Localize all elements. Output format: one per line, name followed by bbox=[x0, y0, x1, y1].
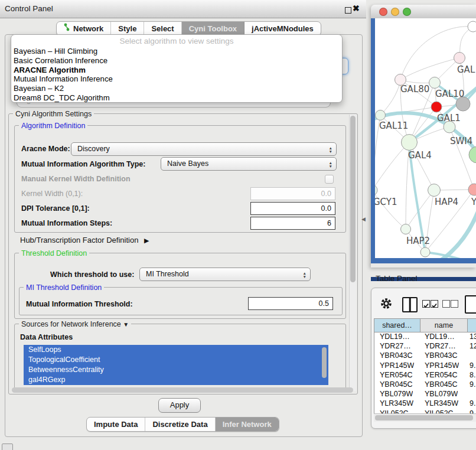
settings-hscroll-thumb[interactable] bbox=[12, 387, 353, 393]
table-row[interactable]: YLR345WYLR345W9. bbox=[374, 399, 476, 409]
tab-jactivemnodules[interactable]: jActiveMNodules bbox=[244, 22, 321, 35]
mi-type-combo[interactable]: Naive Bayes ▲▼ bbox=[161, 157, 337, 171]
sources-title-label: Sources for Network Inference bbox=[21, 320, 121, 328]
table-row[interactable]: YER054CYER054C8. bbox=[374, 371, 476, 380]
settings-vscroll-track[interactable] bbox=[349, 115, 356, 391]
column-header-name[interactable]: name bbox=[420, 319, 468, 332]
attributes-list-scrollbar[interactable] bbox=[322, 347, 327, 378]
split-view-icon[interactable] bbox=[402, 297, 418, 312]
manual-kernel-checkbox[interactable] bbox=[325, 175, 334, 184]
tab-style[interactable]: Style bbox=[111, 22, 144, 35]
algorithm-option-aracne[interactable]: ARACNE Algorithm bbox=[14, 66, 340, 75]
mi-threshold-group-title: MI Threshold Definition bbox=[24, 283, 104, 292]
network-node-label: HAP4 bbox=[435, 197, 458, 207]
algorithm-option[interactable]: Dream8 DC_TDC Algorithm bbox=[14, 93, 340, 103]
network-node[interactable] bbox=[420, 247, 430, 257]
algorithm-option[interactable]: Bayesian – K2 bbox=[14, 84, 340, 93]
network-node[interactable] bbox=[469, 146, 476, 163]
tab-network[interactable]: Network bbox=[57, 22, 111, 35]
close-panel-icon[interactable]: ✖ bbox=[353, 4, 360, 13]
dpi-tolerance-field[interactable]: 0.0 bbox=[250, 202, 335, 215]
kernel-width-field[interactable]: 0.0 bbox=[250, 187, 335, 200]
tab-impute-data[interactable]: Impute Data bbox=[87, 418, 145, 431]
column-header-partial[interactable] bbox=[468, 319, 476, 332]
expand-right-icon: ▶ bbox=[144, 237, 149, 244]
mi-type-label: Mutual Information Algorithm Type: bbox=[21, 160, 145, 168]
network-view-window: GALGAL80GAL10GAL1SWI4GAL11GAL4GCY1HAP4YH… bbox=[371, 5, 476, 268]
network-edge-highlighted bbox=[375, 113, 476, 154]
mi-steps-label: Mutual Information Steps: bbox=[21, 219, 112, 227]
settings-vscroll-thumb[interactable] bbox=[350, 116, 356, 282]
network-edge bbox=[380, 80, 400, 115]
network-node-gal[interactable] bbox=[454, 53, 465, 64]
which-threshold-label: Which threshold to use: bbox=[50, 270, 134, 279]
tab-select[interactable]: Select bbox=[144, 22, 181, 35]
manual-kernel-label: Manual Kernel Width Definition bbox=[21, 175, 131, 183]
algorithm-definition-title: Algorithm Definition bbox=[19, 122, 87, 130]
table-row[interactable]: YBR045CYBR045C9. bbox=[374, 380, 476, 390]
mi-threshold-field[interactable]: 0.5 bbox=[248, 297, 333, 310]
network-edge bbox=[375, 190, 406, 229]
mi-type-value: Naive Bayes bbox=[167, 159, 208, 168]
table-panel-title: Table Panel bbox=[376, 274, 418, 283]
network-node-gcy1[interactable] bbox=[375, 185, 377, 195]
mi-steps-field[interactable]: 6 bbox=[250, 217, 335, 230]
bottom-tabbar: Impute Data Discretize Data Infer Networ… bbox=[86, 417, 279, 432]
attribute-item[interactable]: gal4RGexp bbox=[24, 375, 328, 385]
network-node-label: Y bbox=[471, 197, 476, 207]
network-node-hap2[interactable] bbox=[401, 224, 411, 234]
tab-infer-network[interactable]: Infer Network bbox=[216, 418, 279, 431]
threshold-definition-title: Threshold Definition bbox=[19, 249, 89, 257]
table-hscroll-track[interactable] bbox=[374, 413, 476, 422]
splitter-collapse-icon[interactable]: ◀ bbox=[361, 216, 366, 222]
table-row[interactable]: YPR145WYPR145W9. bbox=[374, 361, 476, 371]
hub-section-label: Hub/Transcription Factor Definition bbox=[20, 236, 138, 244]
minimized-panel-icon[interactable] bbox=[2, 444, 13, 450]
network-node-gal11[interactable] bbox=[376, 110, 386, 120]
attribute-item[interactable]: TopologicalCoefficient bbox=[24, 355, 328, 365]
hub-section-toggle[interactable]: Hub/Transcription Factor Definition ▶ bbox=[20, 236, 149, 244]
network-node-hap4[interactable] bbox=[428, 184, 441, 197]
column-header-shared[interactable]: shared… bbox=[374, 319, 420, 332]
table-row[interactable]: YDL19…YDL19…13 bbox=[374, 332, 476, 342]
close-window-icon[interactable] bbox=[379, 8, 387, 16]
table-row[interactable]: YBR043CYBR043C bbox=[374, 351, 476, 361]
algorithm-option[interactable]: Basic Correlation Inference bbox=[14, 56, 340, 66]
tab-discretize-data[interactable]: Discretize Data bbox=[145, 418, 215, 431]
minimize-window-icon[interactable] bbox=[391, 8, 399, 16]
network-canvas[interactable]: GALGAL80GAL10GAL1SWI4GAL11GAL4GCY1HAP4YH… bbox=[375, 18, 476, 258]
aracne-mode-combo[interactable]: Discovery ▲▼ bbox=[71, 142, 337, 156]
which-threshold-combo[interactable]: MI Threshold ▲▼ bbox=[139, 268, 311, 281]
network-graph[interactable]: GALGAL80GAL10GAL1SWI4GAL11GAL4GCY1HAP4YH… bbox=[375, 18, 476, 258]
gear-icon[interactable] bbox=[379, 296, 393, 311]
spinner-arrows-icon: ▲▼ bbox=[329, 158, 332, 171]
attribute-item[interactable]: BetweennessCentrality bbox=[24, 365, 328, 375]
zoom-window-icon[interactable] bbox=[403, 8, 411, 16]
network-node[interactable] bbox=[468, 21, 476, 32]
sheet-icon[interactable] bbox=[465, 295, 476, 314]
algorithm-dropdown: Select algorithm to view settings Bayesi… bbox=[11, 34, 343, 103]
tab-cyni-toolbox[interactable]: Cyni Toolbox bbox=[182, 22, 244, 35]
which-threshold-value: MI Threshold bbox=[146, 270, 189, 278]
network-node-label: GAL4 bbox=[408, 150, 432, 161]
network-node-label: GAL10 bbox=[435, 89, 464, 99]
sources-title[interactable]: Sources for Network Inference ▼ bbox=[19, 320, 131, 328]
control-panel-title: Control Panel bbox=[5, 4, 53, 13]
network-node-gal10[interactable] bbox=[429, 77, 441, 89]
apply-button[interactable]: Apply bbox=[158, 398, 201, 413]
table-row[interactable]: YDR27…YDR27…12 bbox=[374, 342, 476, 351]
attribute-item[interactable]: SelfLoops bbox=[24, 345, 328, 355]
table-hscroll-thumb[interactable] bbox=[375, 415, 473, 420]
network-node-gal1[interactable] bbox=[431, 102, 442, 112]
network-edge bbox=[400, 58, 459, 80]
network-node-gal4[interactable] bbox=[402, 135, 418, 151]
algorithm-option[interactable]: Mutual Information Inference bbox=[14, 74, 340, 84]
algorithm-option[interactable]: Bayesian – Hill Climbing bbox=[14, 47, 340, 56]
table-row[interactable]: YBL079WYBL079W bbox=[374, 390, 476, 399]
tab-network-label: Network bbox=[73, 22, 103, 35]
network-node-label: GAL1 bbox=[437, 113, 461, 123]
network-window-titlebar[interactable] bbox=[371, 5, 476, 19]
float-panel-icon[interactable] bbox=[345, 7, 351, 14]
network-node-label: GAL80 bbox=[400, 84, 429, 94]
network-node-y[interactable] bbox=[468, 184, 476, 195]
